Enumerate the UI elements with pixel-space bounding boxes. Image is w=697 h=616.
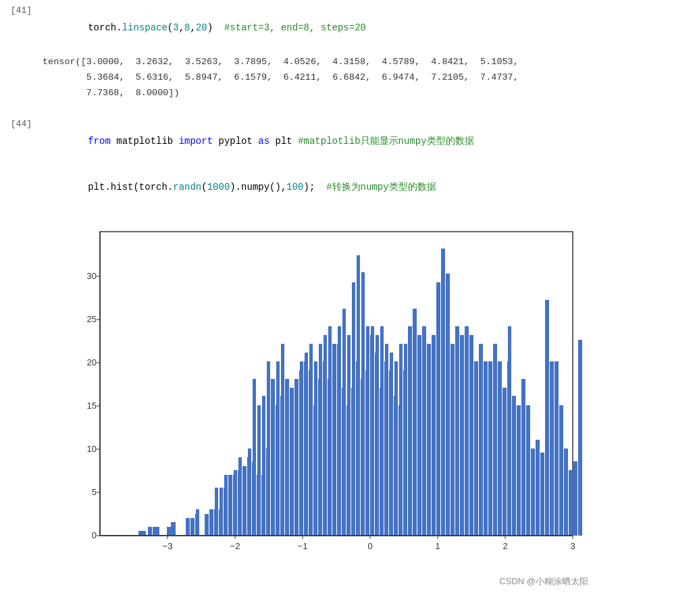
code-paren2: ) — [207, 22, 224, 33]
code-torch: torch. — [88, 22, 122, 33]
svg-rect-152 — [475, 440, 478, 536]
svg-rect-163 — [527, 488, 530, 536]
code-plt: plt — [269, 136, 298, 147]
svg-rect-88 — [578, 340, 582, 536]
cell-44-code-line1: from matplotlib import pyplot as plt #ma… — [43, 119, 692, 164]
svg-rect-133 — [385, 344, 388, 536]
svg-rect-91 — [167, 527, 171, 536]
svg-text:1: 1 — [435, 541, 440, 551]
svg-rect-117 — [309, 344, 313, 536]
watermark: CSDN @小糊涂晒太阳 — [43, 575, 590, 588]
svg-rect-167 — [546, 475, 549, 536]
cell-41-output: tensor([3.0000, 3.2632, 3.5263, 3.7895, … — [43, 51, 692, 101]
svg-rect-126 — [352, 282, 355, 536]
svg-rect-140 — [418, 361, 421, 536]
code-as: as — [258, 136, 269, 147]
svg-rect-157 — [498, 475, 502, 536]
svg-rect-93 — [186, 518, 190, 536]
svg-rect-85 — [564, 448, 568, 536]
svg-text:10: 10 — [87, 444, 97, 454]
code-comment44-1: #matplotlib只能显示numpy类型的数据 — [298, 136, 473, 147]
svg-rect-132 — [380, 326, 384, 536]
svg-rect-100 — [224, 475, 228, 536]
cell-41-code: torch.linspace(3,8,20) #start=3, end=8, … — [43, 5, 692, 51]
chart-wrap: 0 5 10 15 20 25 30 — [63, 222, 590, 573]
svg-rect-144 — [437, 396, 440, 536]
svg-rect-106 — [257, 405, 261, 536]
svg-text:−3: −3 — [163, 541, 173, 551]
svg-rect-109 — [272, 379, 275, 536]
svg-rect-136 — [399, 344, 403, 536]
code-randn-close: ) — [230, 182, 235, 192]
svg-rect-131 — [376, 335, 379, 536]
code-import: import — [179, 136, 213, 147]
svg-text:2: 2 — [502, 541, 507, 551]
svg-rect-87 — [573, 461, 577, 536]
svg-rect-116 — [305, 353, 308, 536]
cell-44-number: [44] — [0, 116, 37, 590]
svg-rect-170 — [560, 522, 563, 536]
svg-rect-162 — [522, 509, 525, 536]
svg-text:−2: −2 — [230, 541, 240, 551]
svg-rect-125 — [347, 335, 351, 536]
cell-41: [41] torch.linspace(3,8,20) #start=3, en… — [0, 0, 697, 107]
cell-41-number: [41] — [0, 3, 37, 104]
code-comment41: #start=3, end=8, steps=20 — [224, 22, 366, 33]
svg-rect-149 — [461, 361, 464, 536]
svg-rect-164 — [532, 488, 535, 536]
svg-rect-90 — [156, 527, 159, 536]
y-axis-labels: 0 5 10 15 20 25 30 — [87, 271, 97, 540]
svg-rect-155 — [489, 448, 492, 536]
svg-rect-166 — [541, 514, 544, 536]
svg-rect-113 — [290, 388, 294, 536]
svg-rect-128 — [361, 272, 365, 536]
chart-container: 0 5 10 15 20 25 30 — [43, 222, 692, 588]
code-comma2: , — [190, 22, 195, 33]
code-randn-args: ( — [201, 182, 207, 192]
svg-text:0: 0 — [92, 530, 97, 540]
svg-text:30: 30 — [87, 271, 97, 281]
code-paren1: ( — [167, 22, 173, 33]
svg-rect-82 — [550, 361, 554, 536]
cell-44-content: from matplotlib import pyplot as plt #ma… — [37, 116, 697, 590]
svg-rect-127 — [357, 255, 360, 536]
svg-rect-1 — [138, 531, 143, 536]
svg-rect-95 — [196, 509, 199, 536]
svg-rect-119 — [319, 344, 322, 536]
svg-rect-141 — [423, 388, 426, 536]
svg-rect-124 — [342, 309, 346, 536]
svg-rect-110 — [276, 361, 280, 536]
svg-rect-151 — [470, 440, 473, 536]
code-1000: 1000 — [207, 182, 230, 192]
svg-text:5: 5 — [92, 487, 97, 497]
svg-text:15: 15 — [87, 401, 97, 411]
svg-rect-154 — [484, 483, 488, 536]
spacer — [0, 107, 697, 113]
svg-rect-169 — [555, 475, 559, 536]
svg-rect-115 — [300, 361, 303, 536]
svg-text:0: 0 — [367, 541, 372, 551]
code-100: 100 — [286, 182, 303, 192]
svg-rect-107 — [262, 396, 265, 536]
svg-rect-165 — [536, 466, 540, 536]
svg-rect-143 — [432, 388, 436, 536]
svg-rect-98 — [215, 488, 218, 536]
svg-rect-122 — [333, 344, 336, 536]
svg-rect-92 — [171, 522, 174, 536]
svg-rect-103 — [238, 457, 242, 536]
svg-rect-104 — [248, 448, 251, 536]
svg-text:3: 3 — [570, 541, 575, 551]
svg-rect-150 — [465, 405, 469, 536]
svg-rect-146 — [446, 405, 450, 536]
svg-rect-148 — [456, 396, 459, 536]
svg-rect-17 — [242, 466, 247, 536]
svg-text:−1: −1 — [298, 541, 308, 551]
svg-rect-112 — [286, 379, 289, 536]
svg-rect-135 — [394, 361, 398, 536]
cell-44: [44] from matplotlib import pyplot as pl… — [0, 113, 697, 593]
svg-rect-120 — [324, 335, 327, 536]
svg-rect-153 — [480, 457, 483, 536]
histogram-svg: 0 5 10 15 20 25 30 — [63, 222, 590, 573]
svg-rect-172 — [569, 527, 573, 536]
svg-rect-118 — [314, 361, 317, 536]
